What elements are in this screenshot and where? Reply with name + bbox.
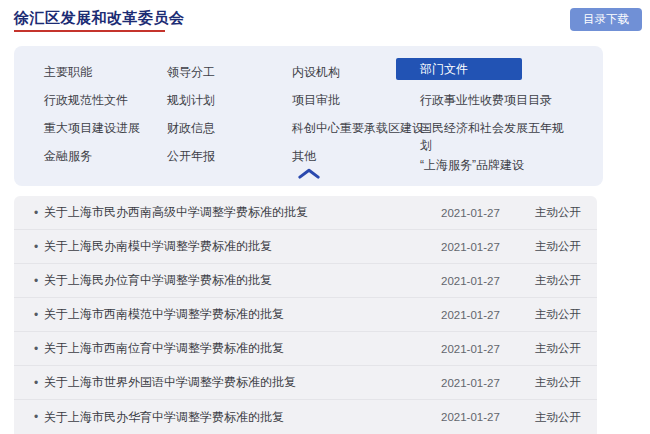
nav-item-major-projects[interactable]: 重大项目建设进展 [44,114,162,142]
document-access-label: 主动公开 [535,205,585,220]
nav-item-project-approval[interactable]: 项目审批 [292,86,412,114]
document-row[interactable]: • 关于上海市民办西南高级中学调整学费标准的批复 2021-01-27 主动公开 [14,196,597,230]
bullet-icon: • [34,206,44,220]
document-row[interactable]: • 关于上海民办位育中学调整学费标准的批复 2021-01-27 主动公开 [14,264,597,298]
document-date: 2021-01-27 [441,343,509,355]
document-title-link[interactable]: 关于上海市民办西南高级中学调整学费标准的批复 [44,204,433,221]
document-access-label: 主动公开 [535,273,585,288]
nav-item-financial-services[interactable]: 金融服务 [44,142,162,170]
document-row[interactable]: • 关于上海市西南位育中学调整学费标准的批复 2021-01-27 主动公开 [14,332,597,366]
title-underline [14,30,165,32]
nav-item-department-documents[interactable]: 部门文件 [396,58,522,80]
document-row[interactable]: • 关于上海市西南模范中学调整学费标准的批复 2021-01-27 主动公开 [14,298,597,332]
document-date: 2021-01-27 [441,309,509,321]
document-date: 2021-01-27 [441,275,509,287]
nav-item-fee-catalog[interactable]: 行政事业性收费项目目录 [396,86,586,114]
nav-item-five-year-plan[interactable]: 国民经济和社会发展五年规划 [396,114,570,155]
nav-item-internal-organs[interactable]: 内设机构 [292,58,412,86]
document-access-label: 主动公开 [535,410,585,425]
nav-column-2: 领导分工 规划计划 财政信息 公开年报 [167,58,287,170]
bullet-icon: • [34,342,44,356]
category-nav-panel: 主要职能 行政规范性文件 重大项目建设进展 金融服务 领导分工 规划计划 财政信… [14,46,603,186]
document-title-link[interactable]: 关于上海民办位育中学调整学费标准的批复 [44,272,433,289]
bullet-icon: • [34,240,44,254]
bullet-icon: • [34,274,44,288]
document-row[interactable]: • 关于上海市民办华育中学调整学费标准的批复 2021-01-27 主动公开 [14,400,597,434]
nav-item-shanghai-service-brand[interactable]: “上海服务”品牌建设 [396,155,586,175]
document-row[interactable]: • 关于上海市世界外国语中学调整学费标准的批复 2021-01-27 主动公开 [14,366,597,400]
collapse-panel-toggle[interactable] [294,165,324,181]
nav-column-1: 主要职能 行政规范性文件 重大项目建设进展 金融服务 [44,58,162,170]
nav-item-regulatory-documents[interactable]: 行政规范性文件 [44,86,162,114]
document-access-label: 主动公开 [535,239,585,254]
document-date: 2021-01-27 [441,241,509,253]
page: 徐汇区发展和改革委员会 目录下载 主要职能 行政规范性文件 重大项目建设进展 金… [0,0,650,434]
directory-download-button[interactable]: 目录下载 [570,8,642,31]
document-date: 2021-01-27 [441,411,509,423]
document-date: 2021-01-27 [441,207,509,219]
document-list: • 关于上海市民办西南高级中学调整学费标准的批复 2021-01-27 主动公开… [14,196,597,434]
document-access-label: 主动公开 [535,341,585,356]
nav-item-main-duties[interactable]: 主要职能 [44,58,162,86]
document-title-link[interactable]: 关于上海市西南模范中学调整学费标准的批复 [44,306,433,323]
nav-item-fiscal-info[interactable]: 财政信息 [167,114,287,142]
bullet-icon: • [34,308,44,322]
nav-item-annual-report[interactable]: 公开年报 [167,142,287,170]
page-title: 徐汇区发展和改革委员会 [14,9,185,28]
document-title-link[interactable]: 关于上海市民办华育中学调整学费标准的批复 [44,409,433,426]
bullet-icon: • [34,376,44,390]
document-access-label: 主动公开 [535,307,585,322]
document-title-link[interactable]: 关于上海市世界外国语中学调整学费标准的批复 [44,374,433,391]
chevron-up-icon [298,168,320,179]
document-access-label: 主动公开 [535,375,585,390]
document-title-link[interactable]: 关于上海民办南模中学调整学费标准的批复 [44,238,433,255]
bullet-icon: • [34,410,44,424]
nav-item-planning[interactable]: 规划计划 [167,86,287,114]
nav-item-sci-tech-center[interactable]: 科创中心重要承载区建设 [292,114,412,142]
nav-column-3: 内设机构 项目审批 科创中心重要承载区建设 其他 [292,58,412,170]
nav-item-leadership[interactable]: 领导分工 [167,58,287,86]
document-title-link[interactable]: 关于上海市西南位育中学调整学费标准的批复 [44,340,433,357]
document-row[interactable]: • 关于上海民办南模中学调整学费标准的批复 2021-01-27 主动公开 [14,230,597,264]
document-date: 2021-01-27 [441,377,509,389]
nav-column-4: 部门文件 行政事业性收费项目目录 国民经济和社会发展五年规划 “上海服务”品牌建… [396,58,586,175]
